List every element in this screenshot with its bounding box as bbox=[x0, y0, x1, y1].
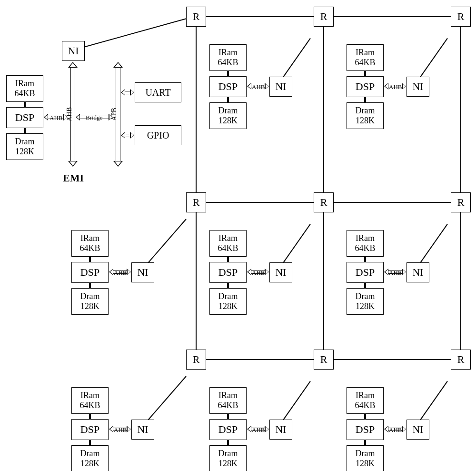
dram-r1c1: Dram128K bbox=[209, 288, 247, 315]
router-r0c2: R bbox=[451, 7, 471, 27]
mesh-v-c2-r12 bbox=[460, 212, 461, 350]
dsp-dram-conn-r0c1 bbox=[227, 97, 229, 102]
iram-dsp-conn-r1c2 bbox=[364, 257, 366, 262]
mesh-v-c0-r01 bbox=[196, 26, 197, 193]
router-r0c1: R bbox=[314, 7, 334, 27]
ahb-label-r2c0: AHB bbox=[114, 426, 127, 434]
iram-dsp-conn-r2c2 bbox=[364, 414, 366, 419]
router-r2c2: R bbox=[451, 350, 471, 370]
dsp-dram-conn-r1c1 bbox=[227, 283, 229, 288]
router-r1c2: R bbox=[451, 192, 471, 212]
gpio-box: GPIO bbox=[135, 125, 181, 145]
dram-l2: 128K bbox=[15, 147, 34, 156]
dram-r2c0: Dram128K bbox=[71, 445, 109, 471]
mesh-h-row2-c01 bbox=[206, 359, 314, 360]
dsp-r2c2: DSP bbox=[347, 419, 384, 440]
router-r1c0: R bbox=[186, 192, 206, 212]
diag-r02-ni bbox=[416, 38, 447, 82]
gpio-arrow bbox=[121, 132, 134, 139]
dram-r0c0: Dram128K bbox=[6, 133, 43, 160]
mesh-v-c2-r01 bbox=[460, 26, 461, 193]
dram-r1c2: Dram128K bbox=[347, 288, 384, 315]
mesh-h-row2-c12 bbox=[333, 359, 451, 360]
router-r2c0: R bbox=[186, 350, 206, 370]
iram-r1c0: IRam64KB bbox=[71, 230, 109, 257]
iram-r2c2: IRam64KB bbox=[347, 387, 384, 414]
iram-r0c2: IRam64KB bbox=[347, 44, 384, 71]
ni-r2c1: NI bbox=[269, 420, 292, 440]
iram-l2: 64KB bbox=[14, 89, 35, 98]
iram-l1: IRam bbox=[15, 79, 34, 88]
iram-r1c1: IRam64KB bbox=[209, 230, 247, 257]
dsp-dram-conn-r2c2 bbox=[364, 440, 366, 445]
dsp-r1c0: DSP bbox=[71, 262, 109, 283]
diag-r00-ni bbox=[73, 17, 193, 50]
ahb-label-r0c1: AHB bbox=[252, 83, 265, 91]
dsp-r2c0: DSP bbox=[71, 419, 109, 440]
dsp-r0c1: DSP bbox=[209, 76, 247, 97]
dsp-dram-conn-r2c1 bbox=[227, 440, 229, 445]
dsp-r1c2: DSP bbox=[347, 262, 384, 283]
ahb-label-r2c2: AHB bbox=[389, 426, 402, 434]
dsp-dram-conn-r1c2 bbox=[364, 283, 366, 288]
diag-r22-ni bbox=[416, 381, 447, 425]
dsp-dram-conn-r0c0 bbox=[24, 128, 26, 133]
dsp-dram-conn-r2c0 bbox=[89, 440, 91, 445]
router-r0c0: R bbox=[186, 7, 206, 27]
ni-r0c0: NI bbox=[62, 41, 85, 61]
mesh-v-c1-r01 bbox=[323, 26, 324, 193]
iram-r0c1: IRam64KB bbox=[209, 44, 247, 71]
ahb-label-r1c1: AHB bbox=[252, 269, 265, 277]
ni-r2c0: NI bbox=[131, 420, 154, 440]
diag-r01-ni bbox=[279, 38, 310, 82]
emi-label: EMI bbox=[63, 172, 84, 184]
ahb-label-r2c1: AHB bbox=[252, 426, 265, 434]
dsp-dram-conn-r1c0 bbox=[89, 283, 91, 288]
dsp-r1c1: DSP bbox=[209, 262, 247, 283]
diag-r11-ni bbox=[279, 224, 310, 268]
dram-r0c2: Dram128K bbox=[347, 102, 384, 129]
mesh-h-row1-c01 bbox=[206, 202, 314, 203]
mesh-v-c1-r12 bbox=[323, 212, 324, 350]
iram-r2c1: IRam64KB bbox=[209, 387, 247, 414]
iram-r0c0: IRam64KB bbox=[6, 75, 43, 102]
ni-r2c2: NI bbox=[407, 420, 429, 440]
router-r2c1: R bbox=[314, 350, 334, 370]
iram-dsp-conn-r2c1 bbox=[227, 414, 229, 419]
iram-dsp-conn-r0c0 bbox=[24, 102, 26, 107]
ahb-label-r1c0: AHB bbox=[114, 269, 127, 277]
mesh-v-c0-r12 bbox=[196, 212, 197, 350]
dram-r1c0: Dram128K bbox=[71, 288, 109, 315]
ahb-label-r0c0: AHB bbox=[50, 114, 62, 122]
diag-r21-ni bbox=[279, 381, 310, 425]
ni-r1c0: NI bbox=[131, 262, 154, 282]
dsp-dram-conn-r0c2 bbox=[364, 97, 366, 102]
dsp-r2c1: DSP bbox=[209, 419, 247, 440]
dram-r2c1: Dram128K bbox=[209, 445, 247, 471]
ni-r0c2: NI bbox=[407, 77, 429, 97]
iram-dsp-conn-r0c1 bbox=[227, 71, 229, 76]
dsp-r0c0: DSP bbox=[6, 107, 43, 128]
iram-r2c0: IRam64KB bbox=[71, 387, 109, 414]
iram-dsp-conn-r2c0 bbox=[89, 414, 91, 419]
mesh-h-row0-c01 bbox=[206, 16, 314, 17]
dram-r0c1: Dram128K bbox=[209, 102, 247, 129]
router-r1c1: R bbox=[314, 192, 334, 212]
bridge-label: Bridge bbox=[86, 114, 102, 121]
dram-l1: Dram bbox=[15, 137, 35, 146]
iram-dsp-conn-r1c1 bbox=[227, 257, 229, 262]
ahb-label-r0c2: AHB bbox=[389, 83, 402, 91]
mesh-h-row0-c12 bbox=[333, 16, 451, 17]
iram-r1c2: IRam64KB bbox=[347, 230, 384, 257]
ni-r0c1: NI bbox=[269, 77, 292, 97]
ni-r1c2: NI bbox=[407, 262, 429, 282]
iram-dsp-conn-r0c2 bbox=[364, 71, 366, 76]
dram-r2c2: Dram128K bbox=[347, 445, 384, 471]
diag-r12-ni bbox=[416, 224, 447, 268]
ahb-label-r1c2: AHB bbox=[389, 269, 402, 277]
iram-dsp-conn-r1c0 bbox=[89, 257, 91, 262]
ni-r1c1: NI bbox=[269, 262, 292, 282]
uart-box: UART bbox=[135, 82, 181, 102]
uart-arrow bbox=[121, 89, 134, 96]
dsp-r0c2: DSP bbox=[347, 76, 384, 97]
